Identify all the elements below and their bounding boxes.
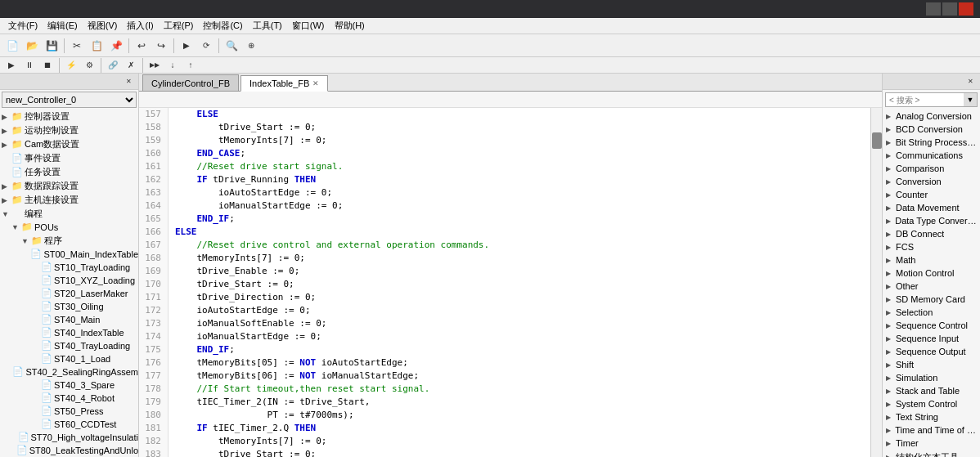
controller-dropdown[interactable]: new_Controller_0: [2, 92, 137, 108]
tree-item-2[interactable]: ▶📁Cam数据设置: [0, 137, 138, 151]
left-panel-close[interactable]: ✕: [122, 75, 135, 88]
close-button[interactable]: [959, 2, 973, 16]
tree-item-11[interactable]: 📄ST10_TrayLoading: [0, 261, 138, 274]
toolbox-item-22[interactable]: ▶System Control: [883, 397, 980, 410]
tree-item-14[interactable]: 📄ST30_Oiling: [0, 300, 138, 313]
toolbox-item-21[interactable]: ▶Stack and Table: [883, 384, 980, 397]
toolbox-item-20[interactable]: ▶Simulation: [883, 371, 980, 384]
menu-edit[interactable]: 编辑(E): [43, 18, 83, 34]
toolbox-item-13[interactable]: ▶Other: [883, 280, 980, 293]
toolbox-item-7[interactable]: ▶Data Movement: [883, 201, 980, 214]
toolbox-item-2[interactable]: ▶Bit String Processing: [883, 136, 980, 149]
toolbox-search-box[interactable]: ▼: [885, 92, 978, 107]
menu-tools[interactable]: 工具(T): [248, 18, 287, 34]
code-content[interactable]: ELSE tDrive_Start := 0; tMemoryInts[7] :…: [169, 108, 870, 457]
tab-indextable[interactable]: IndexTable_FB ✕: [241, 75, 328, 92]
tree-item-5[interactable]: ▶📁数据跟踪设置: [0, 179, 138, 193]
tree-item-20[interactable]: 📄ST40_3_Spare: [0, 379, 138, 392]
copy-button[interactable]: 📋: [88, 37, 106, 55]
toolbox-item-4[interactable]: ▶Comparison: [883, 162, 980, 175]
code-scroll-area[interactable]: 1571581591601611621631641651661671681691…: [139, 108, 882, 457]
toolbox-search-button[interactable]: ▼: [964, 93, 977, 106]
build-button[interactable]: ▶: [178, 37, 196, 55]
toolbox-item-6[interactable]: ▶Counter: [883, 188, 980, 201]
save-button[interactable]: 💾: [43, 37, 61, 55]
tree-item-6[interactable]: ▶📁主机连接设置: [0, 193, 138, 207]
tree-item-8[interactable]: ▼📁POUs: [0, 221, 138, 234]
tree-item-9[interactable]: ▼📁程序: [0, 234, 138, 248]
toolbox-item-14[interactable]: ▶SD Memory Card: [883, 293, 980, 306]
search-button[interactable]: 🔍: [223, 37, 241, 55]
toolbox-item-24[interactable]: ▶Time and Time of Day: [883, 423, 980, 437]
toolbox-item-17[interactable]: ▶Sequence Input: [883, 332, 980, 345]
tree-item-18[interactable]: 📄ST40_1_Load: [0, 352, 138, 365]
tb2-btn5[interactable]: ⚙: [81, 58, 97, 73]
toolbox-item-18[interactable]: ▶Sequence Output: [883, 345, 980, 358]
tree-item-10[interactable]: 📄ST00_Main_IndexTable: [0, 248, 138, 261]
toolbox-item-10[interactable]: ▶FCS: [883, 240, 980, 253]
tree-item-21[interactable]: 📄ST40_4_Robot: [0, 392, 138, 405]
tree-item-4[interactable]: 📄任务设置: [0, 165, 138, 179]
menu-view[interactable]: 视图(V): [83, 18, 123, 34]
toolbox-item-11[interactable]: ▶Math: [883, 253, 980, 267]
rebuild-button[interactable]: ⟳: [197, 37, 215, 55]
tb2-btn10[interactable]: ↑: [182, 58, 199, 73]
tree-item-19[interactable]: 📄ST40_2_SealingRingAssem: [0, 365, 138, 379]
paste-button[interactable]: 📌: [107, 37, 125, 55]
tree-item-22[interactable]: 📄ST50_Press: [0, 405, 138, 418]
tree-item-17[interactable]: 📄ST40_TrayLoading: [0, 339, 138, 352]
menu-help[interactable]: 帮助(H): [330, 18, 370, 34]
tb2-btn9[interactable]: ↓: [164, 58, 181, 73]
tree-item-25[interactable]: 📄ST80_LeakTestingAndUnlo: [0, 444, 138, 457]
tree-item-7[interactable]: ▼编程: [0, 207, 138, 221]
tree-item-1[interactable]: ▶📁运动控制设置: [0, 123, 138, 137]
tb2-btn2[interactable]: ⏸: [21, 58, 38, 73]
zoom-button[interactable]: ⊕: [242, 37, 260, 55]
tb2-btn8[interactable]: ▶▶: [146, 58, 163, 73]
redo-button[interactable]: ↪: [152, 37, 170, 55]
tree-item-24[interactable]: 📄ST70_High_voltageInsulati: [0, 431, 138, 444]
tree-item-12[interactable]: 📄ST10_XYZ_Loading: [0, 274, 138, 287]
undo-button[interactable]: ↩: [133, 37, 151, 55]
menu-insert[interactable]: 插入(I): [122, 18, 158, 34]
tree-item-15[interactable]: 📄ST40_Main: [0, 313, 138, 326]
toolbox-search-input[interactable]: [886, 96, 964, 105]
menu-project[interactable]: 工程(P): [159, 18, 199, 34]
tb2-btn1[interactable]: ▶: [3, 58, 20, 73]
toolbox-item-12[interactable]: ▶Motion Control: [883, 267, 980, 280]
tree-item-0[interactable]: ▶📁控制器设置: [0, 110, 138, 123]
toolbox-item-15[interactable]: ▶Selection: [883, 306, 980, 319]
menu-window[interactable]: 窗口(W): [287, 18, 330, 34]
toolbox-item-1[interactable]: ▶BCD Conversion: [883, 123, 980, 136]
tab-indextable-close[interactable]: ✕: [312, 79, 319, 87]
toolbox-item-23[interactable]: ▶Text String: [883, 410, 980, 423]
tb2-btn3[interactable]: ⏹: [39, 58, 56, 73]
maximize-button[interactable]: [942, 2, 957, 16]
toolbox-item-16[interactable]: ▶Sequence Control: [883, 319, 980, 332]
tree-item-16[interactable]: 📄ST40_IndexTable: [0, 326, 138, 339]
new-button[interactable]: 📄: [3, 37, 21, 55]
vertical-scrollbar[interactable]: [870, 108, 882, 457]
tb2-btn4[interactable]: ⚡: [63, 58, 79, 73]
tree-item-13[interactable]: 📄ST20_LaserMaker: [0, 287, 138, 300]
tree-item-23[interactable]: 📄ST60_CCDTest: [0, 418, 138, 431]
toolbox-item-0[interactable]: ▶Analog Conversion: [883, 110, 980, 123]
toolbox-item-25[interactable]: ▶Timer: [883, 437, 980, 450]
tab-cylindercontrol[interactable]: CylinderControl_FB: [142, 74, 239, 91]
open-button[interactable]: 📂: [23, 37, 41, 55]
toolbox-item-19[interactable]: ▶Shift: [883, 358, 980, 371]
toolbox-item-26[interactable]: ▶结构化文本工具: [883, 450, 980, 457]
toolbox-item-8[interactable]: ▶Data Type Conversion: [883, 214, 980, 227]
toolbox-item-5[interactable]: ▶Conversion: [883, 175, 980, 188]
toolbox-item-9[interactable]: ▶DB Connect: [883, 227, 980, 240]
scrollbar-thumb[interactable]: [872, 132, 882, 149]
tb2-btn7[interactable]: ✗: [123, 58, 139, 73]
tb2-btn6[interactable]: 🔗: [105, 58, 121, 73]
tree-item-3[interactable]: 📄事件设置: [0, 151, 138, 165]
minimize-button[interactable]: [926, 2, 941, 16]
toolbox-item-3[interactable]: ▶Communications: [883, 149, 980, 162]
menu-file[interactable]: 文件(F): [3, 18, 43, 34]
right-panel-close[interactable]: ✕: [964, 75, 977, 88]
cut-button[interactable]: ✂: [68, 37, 86, 55]
menu-controller[interactable]: 控制器(C): [198, 18, 247, 34]
